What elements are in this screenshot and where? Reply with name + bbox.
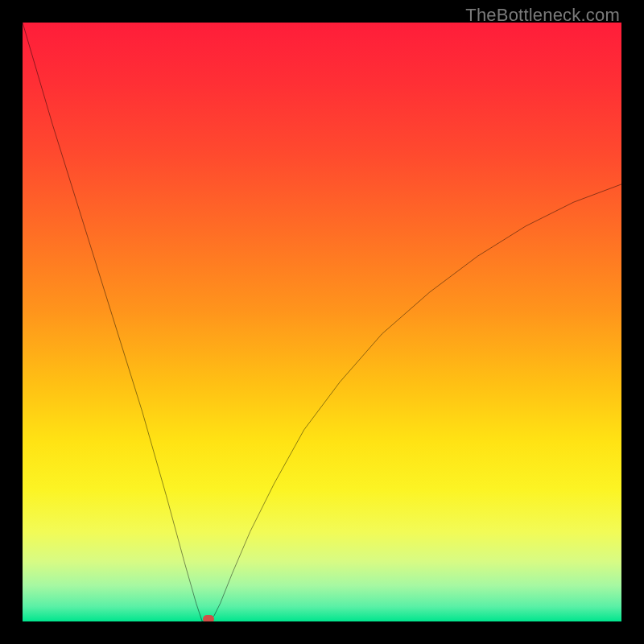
svg-rect-0	[23, 23, 621, 621]
watermark-text: TheBottleneck.com	[465, 5, 620, 26]
background-gradient	[23, 23, 621, 621]
plot-area	[23, 23, 621, 621]
chart-frame: TheBottleneck.com	[0, 0, 644, 644]
optimal-point-marker	[203, 615, 214, 621]
